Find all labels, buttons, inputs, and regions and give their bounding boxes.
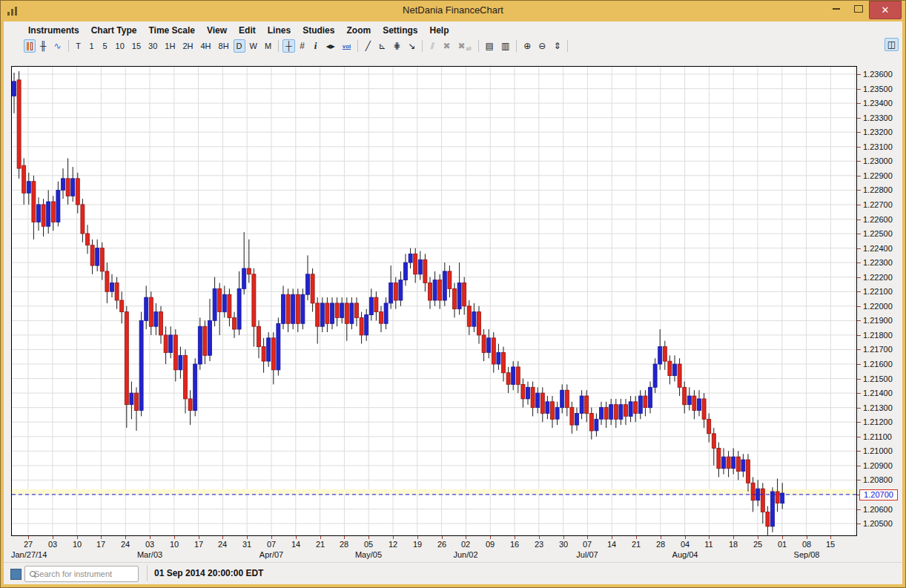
candle (296, 288, 300, 332)
timeframe-m[interactable]: M (262, 39, 274, 53)
date-label: 27 (24, 540, 33, 549)
search-box[interactable] (24, 566, 139, 582)
candlestick-style-button[interactable] (24, 39, 36, 53)
date-label: 17 (96, 540, 105, 549)
timeframe-4h[interactable]: 4H (197, 39, 214, 53)
menu-chart-type[interactable]: Chart Type (86, 24, 142, 38)
candle (546, 396, 549, 419)
fit-vertical-button[interactable]: ⇕ (550, 39, 563, 53)
ray-tool-button[interactable]: ↘ (405, 39, 418, 53)
price-tick (857, 291, 861, 292)
candle (282, 285, 285, 329)
price-axis-label: 1.23600 (863, 70, 893, 79)
trendline-tool-button[interactable]: ╱ (362, 39, 374, 53)
search-input[interactable] (33, 569, 141, 579)
vertical-line-tool-button[interactable]: ⊾ (375, 39, 388, 53)
candle (629, 396, 632, 422)
candle (271, 332, 275, 384)
delete-line-button[interactable]: ✖ (440, 39, 453, 53)
delete-all-lines-button[interactable]: ✖all (455, 39, 475, 53)
time-tick (490, 536, 491, 539)
parallel-lines-button[interactable]: ⫽ (426, 39, 438, 53)
grid-toggle-button[interactable]: # (297, 39, 308, 53)
candle (340, 297, 344, 323)
price-tick (857, 349, 861, 350)
price-tick (857, 422, 861, 423)
date-label: 26 (437, 540, 446, 549)
time-tick (320, 536, 321, 539)
candle (423, 254, 427, 291)
price-axis-label: 1.20900 (863, 461, 893, 470)
zoom-in-button[interactable]: ⊕ (520, 39, 534, 53)
ohlc-style-button[interactable]: ╫ (37, 39, 50, 53)
menu-time-scale[interactable]: Time Scale (143, 24, 199, 38)
timeframe-w[interactable]: W (247, 39, 260, 53)
candle (242, 232, 246, 294)
candle (262, 338, 265, 373)
toolbar-separator (278, 40, 279, 52)
chart-plot[interactable] (11, 66, 857, 536)
close-button[interactable]: ✕ (869, 1, 902, 19)
menu-help[interactable]: Help (424, 24, 454, 38)
price-tick (857, 320, 861, 321)
delete-x-icon: ✖ (443, 41, 450, 51)
menu-lines[interactable]: Lines (262, 24, 296, 38)
candle (678, 358, 681, 396)
candle (736, 451, 740, 480)
volume-toggle-button[interactable]: vol (340, 39, 354, 53)
timeframe-t[interactable]: T (73, 39, 85, 53)
menu-view[interactable]: View (202, 24, 232, 38)
candlestick-chart (11, 66, 857, 536)
print-preview-button[interactable]: ▥ (498, 39, 512, 53)
print-button[interactable]: ▤ (483, 39, 497, 53)
candle (418, 251, 422, 280)
toolbar-separator (357, 40, 358, 52)
month-label: Sep/08 (794, 550, 820, 559)
parallel-channel-tool-button[interactable]: ⋕ (390, 39, 403, 53)
candle (516, 361, 520, 393)
zoom-out-button[interactable]: ⊖ (535, 39, 549, 53)
bar-spacing-button[interactable]: ◂▸ (323, 39, 338, 53)
menu-edit[interactable]: Edit (234, 24, 261, 38)
month-label: Jul/07 (576, 550, 598, 559)
candle (350, 297, 354, 329)
line-style-button[interactable]: ∿ (51, 39, 65, 53)
timeframe-1[interactable]: 1 (86, 39, 98, 53)
info-tool-button[interactable]: i (310, 39, 322, 53)
timeframe-1h[interactable]: 1H (162, 39, 178, 53)
date-label: 08 (802, 540, 811, 549)
price-tick (857, 379, 861, 380)
maximize-button[interactable] (849, 1, 868, 17)
menu-studies[interactable]: Studies (297, 24, 340, 38)
timeframe-30[interactable]: 30 (145, 39, 160, 53)
candle (492, 332, 495, 373)
window-title: NetDania FinanceChart (1, 4, 905, 16)
candle (369, 288, 373, 320)
timeframe-8h[interactable]: 8H (216, 39, 232, 53)
zoom-out-icon: ⊖ (538, 41, 546, 51)
menu-instruments[interactable]: Instruments (23, 24, 85, 38)
candle (233, 312, 237, 338)
timeframe-10[interactable]: 10 (113, 39, 128, 53)
price-axis-label: 1.22600 (863, 215, 893, 224)
panel-toggle-button[interactable]: ◫ (884, 38, 899, 51)
price-axis-label: 1.22100 (863, 287, 893, 296)
timeframe-5[interactable]: 5 (99, 39, 111, 53)
price-tick (857, 190, 861, 191)
candle (604, 402, 608, 428)
candle (702, 393, 706, 428)
time-tick (222, 536, 223, 539)
price-axis-label: 1.23000 (863, 156, 893, 165)
menu-settings[interactable]: Settings (377, 24, 423, 38)
crosshair-tool-button[interactable]: ┼ (282, 39, 295, 53)
time-tick (807, 536, 807, 539)
instrument-color-square[interactable] (10, 569, 22, 580)
delete-all-x-icon: ✖ (458, 41, 466, 51)
timeframe-d[interactable]: D (234, 39, 245, 53)
timeframe-15[interactable]: 15 (129, 39, 144, 53)
menu-zoom[interactable]: Zoom (341, 24, 376, 38)
timeframe-2h[interactable]: 2H (179, 39, 196, 53)
price-axis-label: 1.23500 (863, 85, 893, 93)
minimize-button[interactable] (825, 1, 847, 17)
date-label: 19 (413, 540, 422, 549)
